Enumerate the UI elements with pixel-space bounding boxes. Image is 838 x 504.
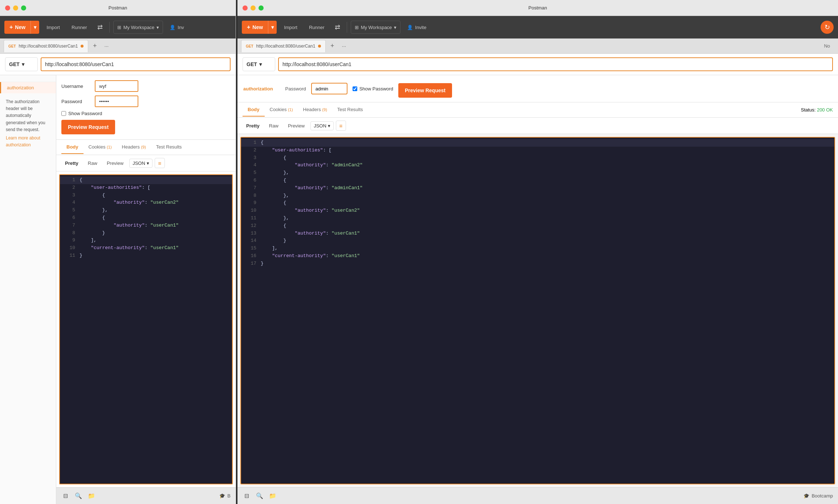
runner-button-left[interactable]: Runner xyxy=(67,21,91,34)
filter-icon-right[interactable]: ≡ xyxy=(336,121,346,131)
pretty-btn-right[interactable]: Pretty xyxy=(243,122,263,130)
maximize-btn-left[interactable] xyxy=(21,5,26,11)
preview-request-btn-right[interactable]: Preview Request xyxy=(398,83,452,98)
preview-btn-fmt-right[interactable]: Preview xyxy=(284,122,308,130)
cookies-tab-right[interactable]: Cookies (1) xyxy=(265,103,298,117)
invite-button-right[interactable]: 👤 Invite xyxy=(403,21,430,34)
bootcamp-text-left[interactable]: 🎓 B xyxy=(219,493,231,499)
close-btn-left[interactable] xyxy=(5,5,10,11)
bottom-bar-right: ⊟ 🔍 📁 🎓 Bootcamp xyxy=(237,487,838,504)
import-button-left[interactable]: Import xyxy=(42,21,64,34)
new-label-right: New xyxy=(252,24,263,30)
tab-add-left[interactable]: + xyxy=(90,41,100,51)
tab-method-left: GET xyxy=(8,44,16,48)
body-tab-left[interactable]: Body xyxy=(61,141,84,154)
json-line-4-right: 4 "authority": "adminCan2" xyxy=(241,162,834,169)
username-input-left[interactable] xyxy=(95,80,138,92)
pretty-btn-left[interactable]: Pretty xyxy=(61,159,82,167)
window-title-right: Postman xyxy=(528,5,547,11)
fork-button-right[interactable]: ⇄ xyxy=(332,21,343,34)
plus-icon-new-right: + xyxy=(247,24,250,31)
password-input-left[interactable] xyxy=(95,95,138,107)
folder-icon-left[interactable]: 📁 xyxy=(88,492,95,500)
new-button-main-right[interactable]: + New xyxy=(242,21,268,34)
body-tab-right[interactable]: Body xyxy=(243,103,265,117)
method-value-right: GET xyxy=(247,61,257,67)
title-bar-right: Postman xyxy=(237,0,838,16)
new-button-main-left[interactable]: + New xyxy=(4,21,31,34)
json-line-1-right: 1 { xyxy=(241,139,834,147)
raw-btn-right[interactable]: Raw xyxy=(265,122,282,130)
json-line-2-left: 2 "user-authorities": [ xyxy=(60,184,232,192)
json-format-select-left[interactable]: JSON ▾ xyxy=(129,159,152,168)
bootcamp-icon-left: 🎓 xyxy=(219,493,225,499)
headers-tab-right[interactable]: Headers (9) xyxy=(298,103,332,117)
tab-add-right[interactable]: + xyxy=(327,41,337,51)
folder-icon-right[interactable]: 📁 xyxy=(269,492,277,500)
json-line-13-right: 13 "authority": "userCan1" xyxy=(241,230,834,237)
preview-request-btn-left[interactable]: Preview Request xyxy=(61,120,115,134)
tab-item-left[interactable]: GET http://localhost:8080/userCan1 xyxy=(4,40,88,52)
tab-more-left[interactable]: ··· xyxy=(101,41,111,51)
json-line-7-right: 7 "authority": "adminCan1" xyxy=(241,184,834,192)
invite-button-left[interactable]: 👤 Inv xyxy=(166,21,187,34)
new-arrow-right[interactable]: ▾ xyxy=(268,21,277,34)
json-output-left: 1 { 2 "user-authorities": [ 3 { 4 xyxy=(59,174,233,484)
sync-button-right[interactable]: ↻ xyxy=(821,21,834,34)
show-password-checkbox-right[interactable] xyxy=(353,86,357,91)
workspace-button-left[interactable]: ⊞ My Workspace ▾ xyxy=(113,21,163,34)
tab-item-right[interactable]: GET http://localhost:8080/userCan1 xyxy=(241,40,326,52)
minimize-btn-right[interactable] xyxy=(251,5,256,11)
filter-icon-left[interactable]: ≡ xyxy=(155,158,165,168)
method-select-left[interactable]: GET ▾ xyxy=(5,57,38,71)
auth-description-left: The authorization header will be automat… xyxy=(0,93,56,154)
nav-auth-left[interactable]: authorization xyxy=(0,82,56,93)
title-bar-left: Postman xyxy=(0,0,236,16)
json-label-left: JSON xyxy=(133,160,145,166)
format-bar-left: Pretty Raw Preview JSON ▾ ≡ xyxy=(56,155,236,171)
json-line-14-right: 14 } xyxy=(241,237,834,245)
layout-icon-left[interactable]: ⊟ xyxy=(61,492,69,500)
auth-form-left: Username Password Show Password Preview … xyxy=(56,75,236,140)
auth-learn-more-left[interactable]: Learn more about authorization xyxy=(6,135,50,149)
maximize-btn-right[interactable] xyxy=(259,5,264,11)
json-line-2-right: 2 "user-authorities": [ xyxy=(241,147,834,154)
close-btn-right[interactable] xyxy=(243,5,248,11)
tab-more-right[interactable]: ··· xyxy=(339,41,349,51)
new-button-left[interactable]: + New ▾ xyxy=(4,21,39,34)
password-input-right[interactable] xyxy=(311,83,347,94)
status-badge-right: Status: 200 OK xyxy=(801,107,833,113)
import-button-right[interactable]: Import xyxy=(280,21,302,34)
url-bar-left: GET ▾ xyxy=(0,54,236,75)
search-icon-left[interactable]: 🔍 xyxy=(74,492,82,500)
json-output-right: 1 { 2 "user-authorities": [ 3 { 4 "autho… xyxy=(240,137,835,484)
workspace-arrow-right: ▾ xyxy=(394,25,396,30)
preview-btn-fmt-left[interactable]: Preview xyxy=(103,159,127,167)
show-password-checkbox-left[interactable] xyxy=(61,111,66,116)
new-arrow-left[interactable]: ▾ xyxy=(31,21,39,34)
json-format-select-right[interactable]: JSON ▾ xyxy=(310,121,334,130)
minimize-btn-left[interactable] xyxy=(13,5,18,11)
test-results-tab-right[interactable]: Test Results xyxy=(332,103,368,117)
username-row-left: Username xyxy=(61,80,231,92)
raw-btn-left[interactable]: Raw xyxy=(84,159,101,167)
workspace-arrow-left: ▾ xyxy=(156,25,159,30)
json-line-17-right: 17 } xyxy=(241,260,834,268)
new-button-right[interactable]: + New ▾ xyxy=(242,21,277,34)
json-line-10-right: 10 "authority": "userCan2" xyxy=(241,207,834,215)
runner-button-right[interactable]: Runner xyxy=(305,21,329,34)
fork-button-left[interactable]: ⇄ xyxy=(94,21,106,34)
json-line-15-right: 15 ], xyxy=(241,245,834,252)
url-input-right[interactable] xyxy=(278,57,833,71)
show-password-label-left: Show Password xyxy=(68,111,102,116)
search-icon-right[interactable]: 🔍 xyxy=(256,492,264,500)
workspace-button-right[interactable]: ⊞ My Workspace ▾ xyxy=(351,21,401,34)
bootcamp-text-right[interactable]: 🎓 Bootcamp xyxy=(804,493,833,499)
url-input-left[interactable] xyxy=(41,57,231,71)
cookies-tab-left[interactable]: Cookies (1) xyxy=(84,141,117,154)
headers-tab-left[interactable]: Headers (9) xyxy=(117,141,151,154)
json-line-3-left: 3 { xyxy=(60,192,232,199)
method-select-right[interactable]: GET ▾ xyxy=(243,57,275,71)
layout-icon-right[interactable]: ⊟ xyxy=(243,492,251,500)
test-results-tab-left[interactable]: Test Results xyxy=(151,141,187,154)
